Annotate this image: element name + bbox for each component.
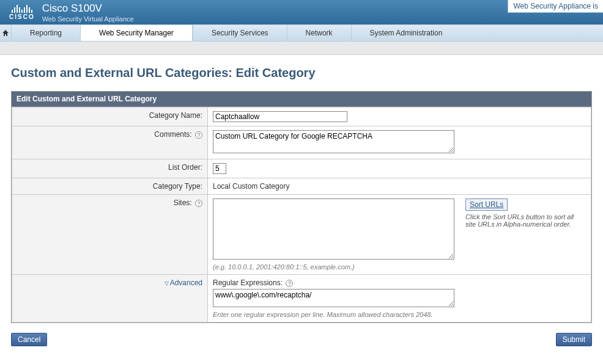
nav-system-administration[interactable]: System Administration (351, 25, 461, 41)
help-icon[interactable]: ? (286, 280, 293, 287)
regex-label: Regular Expressions: (213, 278, 283, 287)
category-name-input[interactable] (213, 111, 347, 122)
top-bar: CISCO Cisco S100V Web Security Virtual A… (0, 0, 603, 24)
cisco-logo-icon (12, 4, 32, 13)
subnav-strip (0, 42, 603, 55)
panel-header: Edit Custom and External URL Category (12, 92, 591, 107)
submit-button[interactable]: Submit (556, 333, 592, 346)
comments-textarea[interactable] (213, 130, 454, 153)
content-area: Custom and External URL Categories: Edit… (0, 55, 603, 364)
category-name-label: Category Name: (12, 107, 208, 126)
advanced-toggle[interactable]: ▽Advanced (165, 278, 202, 287)
sites-label: Sites: (174, 198, 192, 207)
home-icon[interactable] (0, 25, 11, 41)
list-order-label: List Order: (12, 159, 208, 178)
help-icon[interactable]: ? (195, 131, 202, 139)
advanced-label: Advanced (170, 278, 202, 287)
cancel-button[interactable]: Cancel (11, 333, 47, 346)
nav-security-services[interactable]: Security Services (193, 25, 287, 41)
category-type-label: Category Type: (12, 178, 208, 195)
help-icon[interactable]: ? (195, 200, 202, 207)
sort-urls-button[interactable]: Sort URLs (465, 198, 508, 211)
product-block: Cisco S100V Web Security Virtual Applian… (42, 2, 134, 23)
chevron-down-icon: ▽ (165, 280, 169, 286)
main-nav: Reporting Web Security Manager Security … (0, 24, 603, 42)
category-type-value: Local Custom Category (208, 178, 591, 195)
edit-category-panel: Edit Custom and External URL Category Ca… (11, 91, 592, 323)
nav-network[interactable]: Network (287, 25, 351, 41)
product-name: Cisco S100V (42, 2, 134, 15)
regex-textarea[interactable] (213, 289, 454, 307)
product-subtitle: Web Security Virtual Appliance (42, 15, 134, 23)
list-order-input[interactable] (213, 163, 226, 174)
sort-urls-hint: Click the Sort URLs button to sort all s… (465, 213, 586, 228)
sites-hint: (e.g. 10.0.0.1, 2001:420:80:1::5, exampl… (213, 263, 454, 271)
page-title: Custom and External URL Categories: Edit… (11, 66, 592, 80)
nav-web-security-manager[interactable]: Web Security Manager (80, 25, 193, 41)
comments-label: Comments: (154, 130, 191, 139)
cisco-logo-text: CISCO (9, 13, 35, 20)
nav-reporting[interactable]: Reporting (11, 25, 80, 41)
cisco-logo: CISCO (9, 4, 35, 20)
sites-textarea[interactable] (213, 198, 454, 260)
action-row: Cancel Submit (11, 333, 592, 346)
regex-hint: Enter one regular expression per line. M… (213, 311, 586, 318)
form-table: Category Name: Comments: ? List Order: (12, 107, 591, 322)
appliance-status-tab[interactable]: Web Security Appliance is (508, 0, 603, 13)
